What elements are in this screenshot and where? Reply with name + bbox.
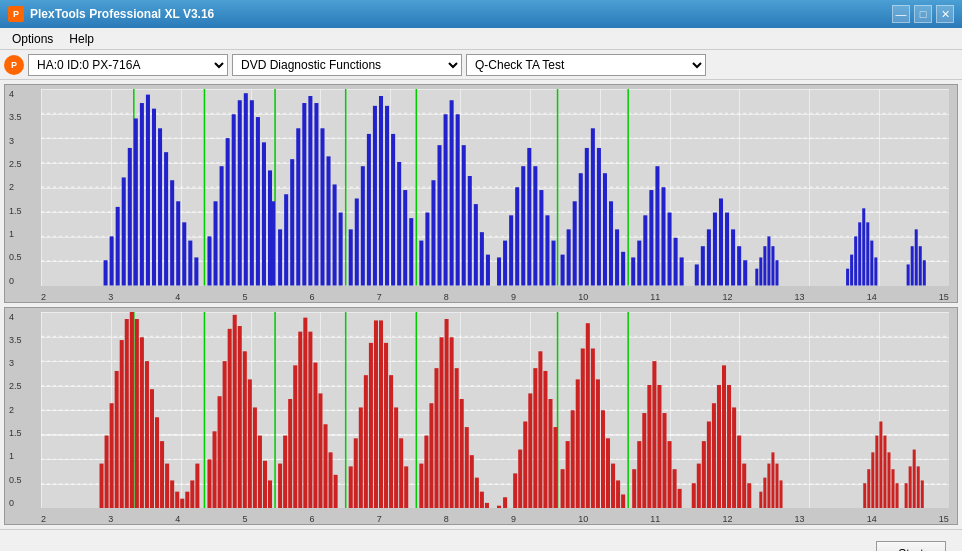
- toolbar: P HA:0 ID:0 PX-716A DVD Diagnostic Funct…: [0, 50, 962, 80]
- start-button[interactable]: Start: [876, 541, 946, 552]
- svg-rect-244: [637, 441, 641, 508]
- svg-rect-94: [609, 201, 613, 285]
- svg-rect-32: [220, 166, 224, 285]
- svg-rect-226: [538, 351, 542, 508]
- svg-rect-36: [244, 93, 248, 285]
- svg-rect-269: [775, 463, 778, 508]
- svg-rect-91: [591, 128, 595, 285]
- menu-help[interactable]: Help: [61, 30, 102, 48]
- svg-rect-23: [158, 128, 162, 285]
- maximize-button[interactable]: □: [914, 5, 932, 23]
- svg-rect-207: [429, 403, 433, 508]
- svg-rect-270: [780, 480, 783, 508]
- svg-rect-123: [854, 236, 857, 285]
- svg-rect-176: [248, 379, 252, 508]
- svg-rect-130: [911, 246, 914, 285]
- minimize-button[interactable]: —: [892, 5, 910, 23]
- svg-rect-127: [870, 241, 873, 286]
- svg-rect-169: [213, 431, 217, 508]
- svg-rect-258: [717, 384, 721, 508]
- svg-rect-238: [601, 410, 605, 508]
- svg-rect-62: [403, 190, 407, 285]
- svg-rect-193: [349, 466, 353, 508]
- svg-rect-50: [327, 156, 331, 285]
- svg-rect-131: [915, 229, 918, 285]
- svg-rect-199: [379, 320, 383, 508]
- svg-rect-228: [548, 399, 552, 508]
- function-select[interactable]: DVD Diagnostic Functions: [232, 54, 462, 76]
- svg-rect-106: [695, 264, 699, 285]
- svg-rect-190: [323, 424, 327, 508]
- svg-rect-76: [497, 257, 501, 285]
- svg-rect-224: [528, 393, 532, 508]
- start-btn-area: Start i: [876, 541, 946, 552]
- svg-rect-95: [615, 229, 619, 285]
- svg-rect-202: [394, 407, 398, 508]
- svg-rect-253: [692, 483, 696, 508]
- svg-rect-256: [707, 421, 711, 508]
- svg-rect-52: [339, 213, 343, 286]
- svg-rect-102: [661, 187, 665, 285]
- svg-rect-200: [384, 342, 388, 508]
- svg-rect-28: [188, 241, 192, 286]
- svg-rect-227: [543, 370, 547, 508]
- svg-rect-67: [437, 145, 441, 285]
- svg-rect-31: [214, 201, 218, 285]
- app-icon: P: [8, 6, 24, 22]
- svg-rect-162: [170, 480, 174, 508]
- svg-rect-85: [551, 241, 555, 286]
- svg-rect-268: [771, 452, 774, 508]
- svg-rect-119: [771, 246, 774, 285]
- svg-rect-171: [223, 361, 227, 508]
- svg-rect-128: [874, 257, 877, 285]
- svg-rect-252: [678, 488, 682, 508]
- svg-rect-126: [866, 222, 869, 285]
- svg-rect-251: [673, 469, 677, 508]
- svg-rect-79: [515, 187, 519, 285]
- svg-rect-172: [228, 328, 232, 508]
- test-select[interactable]: Q-Check TA Test: [466, 54, 706, 76]
- svg-rect-74: [480, 232, 484, 285]
- svg-rect-261: [732, 407, 736, 508]
- title-controls[interactable]: — □ ✕: [892, 5, 954, 23]
- svg-rect-229: [554, 427, 558, 508]
- svg-rect-216: [475, 477, 479, 508]
- svg-rect-14: [104, 260, 108, 285]
- svg-rect-107: [701, 246, 705, 285]
- svg-rect-245: [642, 413, 646, 508]
- svg-rect-58: [379, 96, 383, 285]
- svg-rect-132: [919, 246, 922, 285]
- svg-rect-283: [917, 466, 920, 508]
- svg-rect-271: [863, 483, 866, 508]
- svg-rect-72: [468, 176, 472, 285]
- menu-options[interactable]: Options: [4, 30, 61, 48]
- svg-rect-158: [150, 389, 154, 508]
- svg-rect-265: [759, 491, 762, 508]
- svg-rect-84: [545, 215, 549, 285]
- svg-rect-230: [561, 469, 565, 508]
- svg-rect-266: [763, 477, 766, 508]
- svg-rect-44: [290, 159, 294, 285]
- svg-rect-165: [185, 491, 189, 508]
- svg-rect-114: [743, 260, 747, 285]
- svg-rect-81: [527, 148, 531, 286]
- svg-rect-83: [539, 190, 543, 285]
- title-bar: P PlexTools Professional XL V3.16 — □ ✕: [0, 0, 962, 28]
- svg-rect-70: [456, 114, 460, 285]
- svg-rect-166: [190, 480, 194, 508]
- svg-rect-237: [596, 379, 600, 508]
- close-button[interactable]: ✕: [936, 5, 954, 23]
- svg-rect-16: [116, 207, 120, 286]
- device-select[interactable]: HA:0 ID:0 PX-716A: [28, 54, 228, 76]
- svg-rect-206: [424, 435, 428, 508]
- svg-rect-87: [567, 229, 571, 285]
- svg-rect-160: [160, 441, 164, 508]
- svg-rect-185: [298, 331, 302, 508]
- svg-rect-196: [364, 375, 368, 508]
- bottom-chart-x-axis: 2 3 4 5 6 7 8 9 10 11 12 13 14 15: [41, 514, 949, 524]
- svg-rect-77: [503, 241, 507, 286]
- svg-rect-155: [135, 319, 139, 508]
- svg-rect-167: [195, 463, 199, 508]
- svg-rect-186: [303, 317, 307, 508]
- top-chart-x-axis: 2 3 4 5 6 7 8 9 10 11 12 13 14 15: [41, 292, 949, 302]
